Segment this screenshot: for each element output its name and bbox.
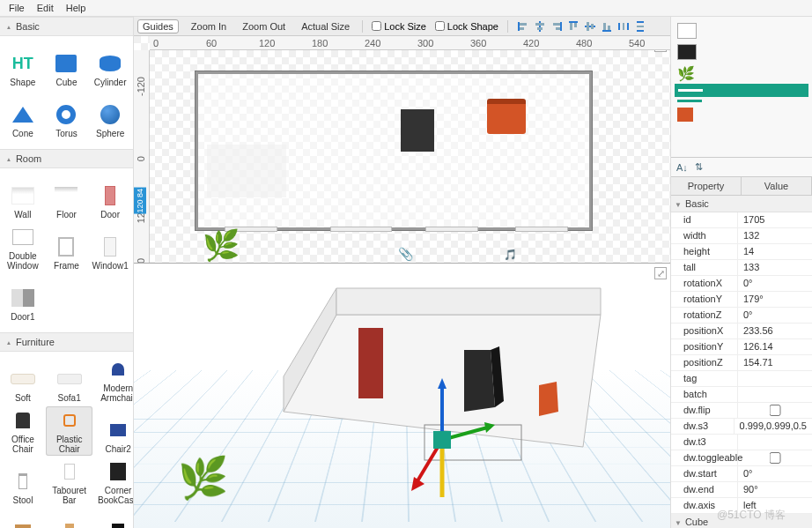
layer-item[interactable] — [675, 41, 808, 63]
prop-row-height[interactable]: height14 — [671, 244, 812, 260]
prop-row-positionZ[interactable]: positionZ154.71 — [671, 355, 812, 371]
palette-item-label: Cone — [12, 129, 33, 138]
palette-item-wall[interactable]: Wall — [2, 172, 44, 221]
plant-object-2d[interactable]: 🌿 — [203, 227, 240, 263]
prop-row-dw-axis[interactable]: dw.axisleft — [671, 498, 812, 514]
align-top-icon[interactable] — [567, 20, 579, 33]
distribute-h-icon[interactable] — [617, 20, 630, 33]
svg-rect-5 — [537, 27, 543, 30]
menu-help[interactable]: Help — [66, 3, 86, 13]
palette-item-window1[interactable]: Window1 — [89, 223, 131, 272]
cabinet-object-2d[interactable] — [401, 109, 434, 152]
palette-item-double-window[interactable]: Double Window — [2, 223, 44, 272]
palette-item-door[interactable]: Door — [89, 172, 131, 221]
palette-item-door1[interactable]: Door1 — [2, 274, 44, 323]
palette-group-header[interactable]: Room — [0, 149, 133, 168]
prop-header-key: Property — [671, 177, 742, 195]
menu-edit[interactable]: Edit — [37, 3, 54, 13]
floor-object-2d[interactable] — [207, 145, 286, 197]
transform-gizmo[interactable] — [389, 378, 495, 502]
layer-item[interactable] — [675, 105, 808, 124]
layer-item[interactable] — [675, 97, 808, 105]
palette-item-office-chair[interactable]: Office Chair — [2, 406, 44, 456]
lock-shape-check[interactable]: Lock Shape — [435, 21, 498, 32]
prop-row-rotationX[interactable]: rotationX0° — [671, 276, 812, 292]
sort-asc-icon[interactable]: A↓ — [676, 162, 688, 173]
palette-item-bookcase2[interactable]: Bookcase2 — [46, 509, 92, 528]
svg-rect-23 — [637, 30, 644, 32]
palette-item-frame[interactable]: Frame — [46, 223, 88, 272]
prop-row-width[interactable]: width132 — [671, 228, 812, 244]
room-2d[interactable] — [196, 71, 592, 230]
window-object-2d[interactable] — [425, 227, 478, 232]
palette-item-sphere[interactable]: Sphere — [89, 91, 131, 140]
palette-item-cube[interactable]: Cube — [46, 40, 88, 89]
lock-size-check[interactable]: Lock Size — [372, 21, 426, 32]
bed-object-2d[interactable] — [487, 99, 526, 134]
palette-item-sofa1[interactable]: Sofa1 — [46, 355, 92, 405]
prop-group-header[interactable]: Basic — [671, 196, 812, 212]
palette-item-shape[interactable]: HTShape — [2, 40, 44, 89]
palette-item-label: Tabouret Bar — [48, 486, 91, 505]
palette-item-floor[interactable]: Floor — [46, 172, 88, 221]
layers-list: 🌿 — [671, 17, 812, 158]
prop-row-id[interactable]: id1705 — [671, 212, 812, 228]
guides-button[interactable]: Guides — [137, 19, 179, 33]
palette-item-plastic-chair[interactable]: Plastic Chair — [46, 406, 92, 456]
prop-row-dw-s3[interactable]: dw.s30.999,0.999,0.5 — [671, 419, 812, 435]
window-object-2d[interactable] — [515, 227, 568, 232]
palette-item-bookcase3[interactable]: Bookcase3 — [94, 509, 134, 528]
palette-item-modern-armchair[interactable]: Modern Armchair — [94, 355, 134, 405]
align-right-icon[interactable] — [550, 20, 563, 33]
window-object-2d[interactable] — [330, 227, 392, 232]
align-center-v-icon[interactable] — [584, 20, 596, 33]
palette-group-header[interactable]: Basic — [0, 17, 133, 36]
zoom-out-button[interactable]: Zoom Out — [239, 19, 289, 33]
palette-item-corner-bookcase[interactable]: Corner BookCase — [94, 457, 134, 507]
palette-item-stool[interactable]: Stool — [2, 457, 44, 507]
prop-row-positionY[interactable]: positionY126.14 — [671, 339, 812, 355]
palette-item-tabouret-bar[interactable]: Tabouret Bar — [46, 457, 92, 507]
prop-row-rotationZ[interactable]: rotationZ0° — [671, 308, 812, 323]
palette-item-cone[interactable]: Cone — [2, 91, 44, 140]
prop-row-dw-end[interactable]: dw.end90° — [671, 482, 812, 498]
layer-item[interactable] — [675, 20, 808, 41]
palette-item-label: Floor — [56, 210, 77, 219]
actual-size-button[interactable]: Actual Size — [298, 19, 353, 33]
menu-file[interactable]: File — [9, 3, 25, 13]
attachment-icon[interactable]: 📎 — [398, 247, 413, 261]
prop-row-rotationY[interactable]: rotationY179° — [671, 292, 812, 308]
prop-row-tag[interactable]: tag — [671, 371, 812, 387]
palette-item-label: Window1 — [92, 261, 129, 271]
prop-row-dw-toggleable[interactable]: dw.toggleable — [671, 450, 812, 466]
distribute-v-icon[interactable] — [634, 20, 646, 33]
palette-item-cylinder[interactable]: Cylinder — [89, 40, 131, 89]
sort-desc-icon[interactable]: ⇅ — [695, 161, 703, 173]
align-left-icon[interactable] — [517, 20, 529, 33]
layer-item[interactable] — [675, 84, 808, 97]
prop-row-tall[interactable]: tall133 — [671, 260, 812, 276]
layer-item[interactable]: 🌿 — [675, 63, 808, 84]
align-bottom-icon[interactable] — [601, 20, 613, 33]
2d-view[interactable]: 060120180240300360420480540600 -12001202… — [134, 36, 670, 264]
palette-item-torus[interactable]: Torus — [46, 91, 88, 140]
expand-3d-icon[interactable]: ⤢ — [654, 267, 667, 279]
zoom-in-button[interactable]: Zoom In — [188, 19, 230, 33]
prop-row-dw-t3[interactable]: dw.t3 — [671, 435, 812, 450]
prop-row-dw-start[interactable]: dw.start0° — [671, 466, 812, 482]
palette-item-label: Cube — [56, 78, 78, 87]
align-center-h-icon[interactable] — [534, 20, 546, 33]
prop-row-dw-flip[interactable]: dw.flip — [671, 403, 812, 419]
palette-item-label: Sphere — [96, 129, 124, 138]
prop-row-positionX[interactable]: positionX233.56 — [671, 323, 812, 339]
palette-item-label: Sofa1 — [58, 393, 81, 403]
audio-icon[interactable]: 🎵 — [504, 249, 517, 261]
palette-item-chair2[interactable]: Chair2 — [94, 406, 134, 456]
prop-row-batch[interactable]: batch — [671, 387, 812, 403]
prop-group-header[interactable]: Cube — [671, 514, 812, 528]
plant-object-3d[interactable]: 🌿 — [178, 454, 228, 502]
palette-item-soft[interactable]: Soft — [2, 355, 44, 405]
palette-item-bookcase[interactable]: Bookcase — [2, 509, 44, 528]
3d-view[interactable]: ⤢ 🌿 — [134, 264, 670, 528]
palette-group-header[interactable]: Furniture — [0, 332, 133, 352]
